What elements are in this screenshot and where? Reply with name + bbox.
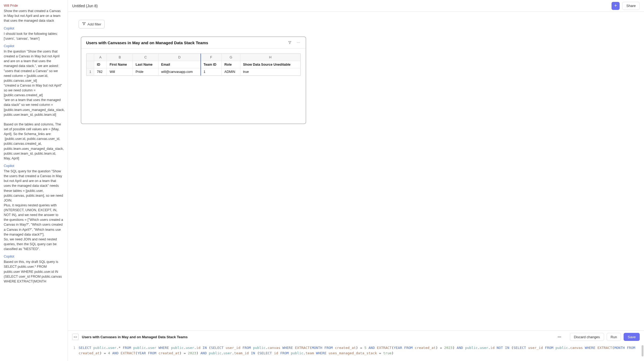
col-letter[interactable]: G <box>222 54 240 61</box>
editor-header: <> Users with Canvases in May and on Man… <box>68 331 644 343</box>
sql-code[interactable]: SELECT public.user.* FROM public.user WH… <box>79 345 644 356</box>
discard-button[interactable]: Discard changes <box>570 333 604 341</box>
canvas-area[interactable]: Add filter Users with Canvases in May an… <box>68 12 644 330</box>
cell[interactable]: 782 <box>94 68 107 76</box>
chat-message: CopilotIn the question "Show the users t… <box>4 44 64 161</box>
chat-body: I should look for the following tables: … <box>4 31 64 41</box>
cell[interactable]: ADMIN <box>222 68 240 76</box>
main-area: Untitled (Jun 8) + Share Add filter User… <box>68 0 644 361</box>
chat-author: Copilot <box>4 44 64 49</box>
col-header[interactable]: Email <box>158 61 200 68</box>
chat-body: The SQL query for the question "Show the… <box>4 169 64 251</box>
svg-point-2 <box>299 42 300 43</box>
line-number: 1 <box>68 345 79 356</box>
col-header[interactable]: First Name <box>107 61 133 68</box>
chat-message: CopilotThe SQL query for the question "S… <box>4 163 64 251</box>
filter-cursor-icon <box>82 22 86 27</box>
col-letter[interactable]: H <box>240 54 300 61</box>
col-header[interactable]: Team ID <box>201 61 222 68</box>
result-title: Users with Canvases in May and on Manage… <box>86 40 287 45</box>
data-table[interactable]: ABCDFGHIDFirst NameLast NameEmailTeam ID… <box>86 53 301 76</box>
add-filter-button[interactable]: Add filter <box>79 20 105 28</box>
col-header[interactable]: ID <box>94 61 107 68</box>
editor-title: Users with Canvases in May and on Manage… <box>82 335 549 339</box>
cell[interactable]: true <box>240 68 300 76</box>
code-icon[interactable]: <> <box>72 334 79 340</box>
filter-icon[interactable] <box>287 40 292 45</box>
chat-message: CopilotBased on this, my draft SQL query… <box>4 254 64 284</box>
plus-icon: + <box>614 3 617 9</box>
chat-sidebar[interactable]: Will PrideShow the users that created a … <box>0 0 68 361</box>
more-icon[interactable] <box>296 40 301 45</box>
col-header[interactable]: Last Name <box>133 61 158 68</box>
editor-more-icon[interactable]: ••• <box>552 335 567 339</box>
chat-author: Will Pride <box>4 3 64 8</box>
chat-author: Copilot <box>4 254 64 259</box>
sql-editor-panel: <> Users with Canvases in May and on Man… <box>68 330 644 361</box>
svg-point-0 <box>297 42 298 43</box>
new-button[interactable]: + <box>612 2 620 10</box>
topbar: Untitled (Jun 8) + Share <box>68 0 644 12</box>
result-card-header: Users with Canvases in May and on Manage… <box>81 37 306 49</box>
col-header[interactable]: Role <box>222 61 240 68</box>
doc-title[interactable]: Untitled (Jun 8) <box>72 4 609 8</box>
col-letter[interactable]: B <box>107 54 133 61</box>
svg-point-1 <box>298 42 299 43</box>
row-number: 1 <box>87 68 94 76</box>
cell[interactable]: 1 <box>201 68 222 76</box>
save-button[interactable]: Save <box>624 333 640 341</box>
run-button[interactable]: Run <box>607 333 621 341</box>
chat-body: In the question "Show the users that cre… <box>4 49 64 161</box>
col-letter[interactable]: C <box>133 54 158 61</box>
chat-message: Will PrideShow the users that created a … <box>4 3 64 23</box>
chat-body: Based on this, my draft SQL query is SEL… <box>4 259 64 284</box>
table-row[interactable]: 1782WillPridewill@canvasapp.com1ADMINtru… <box>87 68 301 76</box>
col-letter[interactable]: D <box>158 54 200 61</box>
chat-message: CopilotI should look for the following t… <box>4 26 64 41</box>
scrollbar-thumb[interactable] <box>642 345 643 356</box>
col-letter[interactable]: F <box>201 54 222 61</box>
col-letter[interactable]: A <box>94 54 107 61</box>
chat-author: Copilot <box>4 26 64 31</box>
result-card: Users with Canvases in May and on Manage… <box>81 36 306 124</box>
chat-body: Show the users that created a Canvas in … <box>4 9 64 23</box>
add-filter-label: Add filter <box>87 22 101 26</box>
cell[interactable]: Will <box>107 68 133 76</box>
cell[interactable]: Pride <box>133 68 158 76</box>
chat-author: Copilot <box>4 163 64 168</box>
cell[interactable]: will@canvasapp.com <box>158 68 200 76</box>
sql-editor[interactable]: 1 SELECT public.user.* FROM public.user … <box>68 343 644 361</box>
col-header[interactable]: Show Data Source Uneditable <box>240 61 300 68</box>
share-button[interactable]: Share <box>622 2 640 10</box>
